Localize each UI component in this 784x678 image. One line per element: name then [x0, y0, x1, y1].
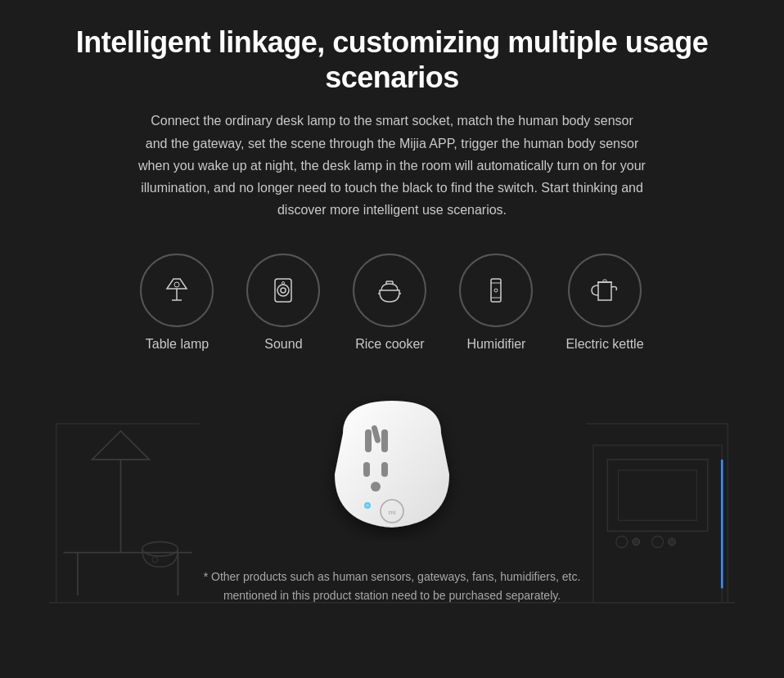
svg-rect-28	[618, 470, 696, 520]
svg-point-42	[371, 482, 381, 492]
sound-label: Sound	[264, 337, 302, 352]
icon-item-sound: Sound	[246, 254, 320, 352]
svg-point-29	[616, 537, 628, 548]
svg-rect-17	[603, 280, 606, 282]
svg-rect-38	[381, 429, 388, 452]
svg-rect-37	[365, 429, 372, 452]
svg-rect-41	[381, 462, 388, 477]
humidifier-circle	[459, 254, 533, 327]
icon-item-humidifier: Humidifier	[459, 254, 533, 352]
bottom-section: mi * Other products such as human sensor…	[49, 376, 735, 622]
speaker-icon	[265, 272, 301, 308]
table-lamp-circle	[140, 254, 214, 327]
sound-circle	[246, 254, 320, 327]
subtitle: Connect the ordinary desk lamp to the sm…	[138, 110, 646, 221]
humidifier-icon	[478, 272, 514, 308]
svg-point-44	[366, 504, 369, 507]
svg-point-4	[277, 285, 289, 296]
svg-point-5	[281, 288, 286, 293]
icons-row: Table lamp Sound	[140, 254, 643, 352]
svg-point-2	[174, 282, 179, 287]
svg-point-23	[152, 557, 158, 563]
svg-point-22	[142, 542, 178, 556]
page-wrapper: Intelligent linkage, customizing multipl…	[0, 0, 784, 678]
svg-point-32	[669, 538, 676, 546]
svg-point-31	[652, 537, 664, 548]
svg-text:mi: mi	[389, 509, 396, 516]
icon-item-rice-cooker: Rice cooker	[353, 254, 426, 352]
svg-rect-12	[491, 279, 501, 302]
svg-point-6	[282, 282, 285, 285]
lamp-icon	[159, 272, 195, 308]
humidifier-label: Humidifier	[466, 337, 525, 352]
table-lamp-label: Table lamp	[146, 337, 209, 352]
svg-rect-40	[363, 462, 370, 477]
disclaimer-text: * Other products such as human sensors, …	[187, 568, 597, 604]
rice-cooker-circle	[353, 254, 426, 327]
rice-cooker-label: Rice cooker	[355, 337, 424, 352]
svg-point-15	[494, 289, 498, 292]
icon-item-electric-kettle: Electric kettle	[565, 254, 643, 352]
smart-plug-svg: mi	[314, 384, 470, 548]
icon-item-table-lamp: Table lamp	[140, 254, 214, 352]
main-title: Intelligent linkage, customizing multipl…	[49, 25, 735, 95]
svg-rect-26	[593, 446, 722, 603]
product-image: mi	[314, 384, 470, 551]
kettle-icon	[587, 272, 623, 308]
rice-cooker-icon	[372, 272, 408, 308]
svg-point-30	[633, 538, 640, 546]
electric-kettle-circle	[568, 254, 642, 327]
electric-kettle-label: Electric kettle	[565, 337, 643, 352]
